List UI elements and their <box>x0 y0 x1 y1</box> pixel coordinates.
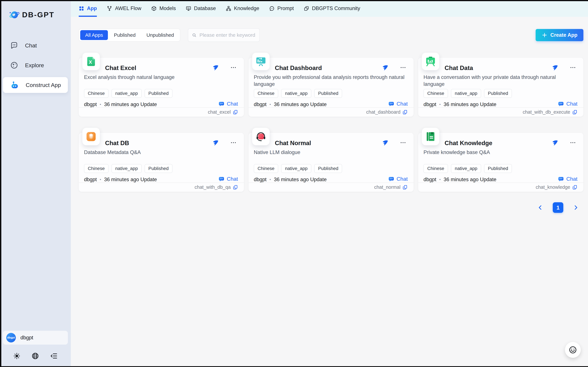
app-code: chat_knowledge <box>536 184 570 190</box>
tag-list: Chinese native_app Published <box>84 89 173 98</box>
owner: dbgpt <box>423 176 436 183</box>
dot-separator: • <box>269 102 271 107</box>
tab-database[interactable]: SQL Database <box>186 0 216 17</box>
theme-sun-icon[interactable] <box>13 352 20 359</box>
create-app-label: Create App <box>550 32 578 38</box>
overlap-squares-icon <box>304 6 309 11</box>
chat-link[interactable]: Chat <box>558 176 578 182</box>
collapse-sidebar-icon[interactable] <box>50 352 58 360</box>
dingtalk-share-icon[interactable] <box>212 64 219 71</box>
excel-app-icon: X <box>85 56 97 67</box>
planet-logo-icon <box>8 9 20 21</box>
chat-link[interactable]: Chat <box>558 101 578 107</box>
tag-list: Chinese native_app Published <box>254 164 342 173</box>
avatar: dbgpt <box>6 333 16 342</box>
filter-tab-published[interactable]: Published <box>109 30 141 40</box>
next-page-icon[interactable] <box>572 204 580 211</box>
top-navigation: App AWEL Flow Models SQL Database Knowle… <box>71 0 588 17</box>
feedback-smiley-button[interactable] <box>565 342 581 358</box>
dingtalk-share-icon[interactable] <box>382 64 388 71</box>
tag: native_app <box>451 89 481 98</box>
more-icon[interactable] <box>230 64 237 71</box>
app-code-row: chat_with_db_execute <box>523 109 578 115</box>
tag: native_app <box>281 89 311 98</box>
dot-separator: • <box>269 177 271 182</box>
dingtalk-share-icon[interactable] <box>382 140 388 146</box>
tab-app[interactable]: App <box>79 0 97 17</box>
page-number-button[interactable]: 1 <box>553 202 563 213</box>
chat-gradient-icon <box>558 101 564 107</box>
app-card-title: Chat Data <box>445 65 473 72</box>
copy-icon[interactable] <box>402 185 408 190</box>
app-card-title: Chat Dashboard <box>275 65 322 72</box>
sidebar-item-label: Chat <box>25 42 37 49</box>
tab-label: Models <box>159 5 176 11</box>
tag: native_app <box>451 164 481 173</box>
app-card-title: Chat DB <box>105 140 129 147</box>
app-card-title: Chat Normal <box>275 140 311 147</box>
app-code-row: chat_normal <box>374 184 408 190</box>
sidebar-item-label: Construct App <box>26 82 61 88</box>
sql-monitor-icon: SQL <box>186 6 191 11</box>
chat-gradient-icon <box>218 101 224 107</box>
db-gpt-app-window: DB-GPT Chat Explore <box>0 0 588 367</box>
dingtalk-share-icon[interactable] <box>212 140 219 146</box>
tag-list: Chinese native_app Published <box>254 89 342 98</box>
copy-icon[interactable] <box>572 185 578 190</box>
sidebar-item-construct-app[interactable]: Construct App <box>3 77 68 93</box>
sidebar-item-explore[interactable]: Explore <box>3 57 68 73</box>
chat-link[interactable]: Chat <box>218 101 238 107</box>
app-card-chat-excel[interactable]: X Chat Excel Excel analysis through natu… <box>79 58 244 117</box>
dingtalk-share-icon[interactable] <box>552 140 558 146</box>
app-card-chat-data[interactable]: Chat Data Have a conversation with your … <box>418 58 583 117</box>
sidebar: DB-GPT Chat Explore <box>0 0 71 367</box>
more-icon[interactable] <box>230 139 237 146</box>
chat-link[interactable]: Chat <box>388 176 408 182</box>
filter-tab-all-apps[interactable]: All Apps <box>80 30 108 40</box>
tab-knowledge[interactable]: Knowledge <box>226 0 259 17</box>
updated-text: 36 minutes ago Update <box>104 176 157 183</box>
tab-dbgpts-community[interactable]: DBGPTS Community <box>304 0 360 17</box>
create-app-button[interactable]: Create App <box>536 29 583 41</box>
app-card-chat-normal[interactable]: Chat Normal Native LLM dialogue Chinese … <box>248 133 414 192</box>
card-divider <box>418 183 583 183</box>
tag: Chinese <box>254 89 278 98</box>
more-icon[interactable] <box>570 64 576 71</box>
tab-prompt[interactable]: Prompt <box>269 0 294 17</box>
more-icon[interactable] <box>400 139 406 146</box>
chat-link[interactable]: Chat <box>218 176 238 182</box>
prev-page-icon[interactable] <box>537 204 544 211</box>
dingtalk-share-icon[interactable] <box>552 64 558 71</box>
copy-icon[interactable] <box>233 109 238 115</box>
tab-label: Prompt <box>277 5 294 11</box>
card-divider <box>248 183 414 183</box>
app-code: chat_with_db_qa <box>195 184 231 190</box>
search-input[interactable] <box>199 32 256 38</box>
chat-link[interactable]: Chat <box>388 101 408 107</box>
tab-models[interactable]: Models <box>151 0 176 17</box>
more-icon[interactable] <box>570 139 576 146</box>
dot-separator: • <box>100 102 101 107</box>
tag: Published <box>484 89 512 98</box>
copy-icon[interactable] <box>572 109 578 115</box>
tab-label: Database <box>194 5 216 11</box>
more-icon[interactable] <box>400 64 406 71</box>
copy-icon[interactable] <box>233 185 238 190</box>
search-box[interactable] <box>188 28 260 42</box>
app-card-description: Have a conversation with your private da… <box>423 74 576 88</box>
tab-awel-flow[interactable]: AWEL Flow <box>107 0 141 17</box>
main-content: All Apps Published Unpublished Create Ap… <box>71 17 588 367</box>
sidebar-item-chat[interactable]: Chat <box>3 38 68 53</box>
filter-tab-unpublished[interactable]: Unpublished <box>141 30 179 40</box>
updated-text: 36 minutes ago Update <box>274 101 327 107</box>
user-name: dbgpt <box>20 335 33 341</box>
app-card-chat-db[interactable]: Chat DB Database Metadata Q&A Chinese na… <box>79 133 244 192</box>
language-globe-icon[interactable] <box>32 352 39 360</box>
user-profile[interactable]: dbgpt dbgpt <box>3 331 68 345</box>
app-code-row: chat_knowledge <box>536 184 578 190</box>
tag: Chinese <box>84 89 108 98</box>
app-card-chat-dashboard[interactable]: Chat Dashboard Provide you with professi… <box>248 58 414 117</box>
screen-edge <box>0 0 588 1</box>
copy-icon[interactable] <box>402 109 408 115</box>
app-card-chat-knowledge[interactable]: Chat Knowledge Private knowledge base Q&… <box>418 133 583 192</box>
